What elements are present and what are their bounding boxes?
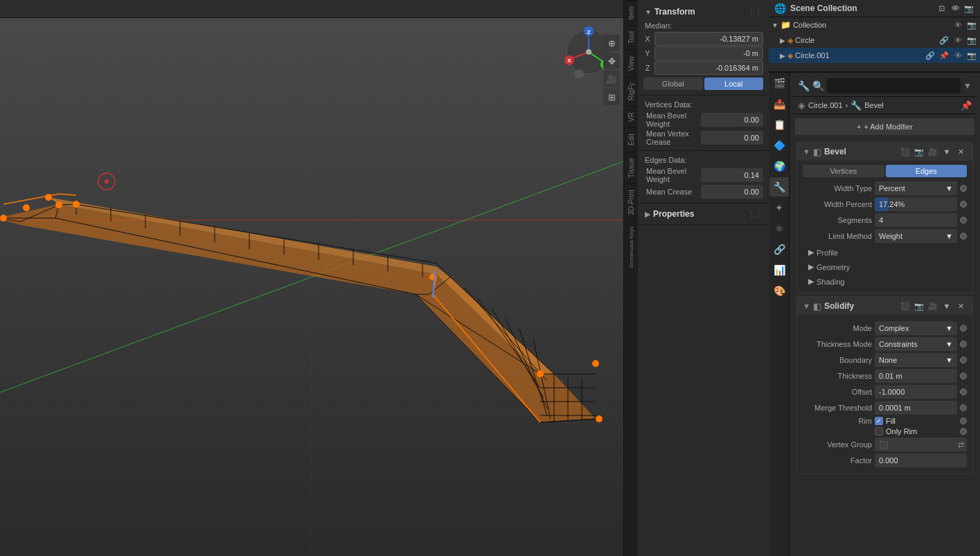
mode-select[interactable]: Complex ▼ <box>875 321 957 335</box>
props-tab-world[interactable]: 🌍 <box>769 156 789 176</box>
grid-tool[interactable]: ⊞ <box>603 89 620 105</box>
solidify-close-icon[interactable]: ✕ <box>954 300 967 312</box>
mean-bevel-weight-v-value[interactable]: 0.00 <box>701 113 763 127</box>
vertex-group-field[interactable]: ⬛ ⇄ <box>875 438 967 451</box>
props-tab-data[interactable]: 📊 <box>769 260 789 280</box>
pin-icon[interactable]: 📌 <box>961 100 972 111</box>
n-tab-item[interactable]: Item <box>626 0 636 25</box>
outliner-eye-icon[interactable]: 👁 <box>950 3 961 14</box>
svg-point-44 <box>55 201 62 208</box>
solidify-expand-icon[interactable]: ▼ <box>941 300 953 312</box>
props-tab-constraints[interactable]: 🔗 <box>769 240 789 259</box>
collection-camera[interactable]: 📷 <box>966 19 977 30</box>
n-tab-view[interactable]: View <box>626 50 636 77</box>
transform-options[interactable]: ⋮⋮ <box>748 8 762 16</box>
solidify-camera-icon[interactable]: 🎥 <box>927 300 939 312</box>
x-input[interactable]: -0.13827 m <box>654 32 763 46</box>
solidify-render-icon[interactable]: 📷 <box>913 300 925 312</box>
boundary-select[interactable]: None ▼ <box>875 353 957 367</box>
n-tab-edit[interactable]: Edit <box>626 127 636 151</box>
outliner-filter-icon[interactable]: ⊡ <box>936 3 947 14</box>
transform-header[interactable]: ▼ Transform ⋮⋮ <box>643 4 763 19</box>
fill-checkbox[interactable]: ✓ <box>875 417 883 425</box>
solidify-realtime-icon[interactable]: ⬛ <box>899 300 911 312</box>
camera-tool[interactable]: 🎥 <box>603 71 620 87</box>
outliner-item-circle[interactable]: ▶ ◈ Circle 🔗 👁 📷 <box>769 33 980 48</box>
props-tab-material[interactable]: 🎨 <box>769 281 789 301</box>
collection-eye[interactable]: 👁 <box>952 19 963 30</box>
move-tool[interactable]: ✥ <box>603 53 620 69</box>
limit-method-value: Weight <box>879 232 902 240</box>
circle-eye[interactable]: 👁 <box>952 35 963 46</box>
bevel-render-icon[interactable]: 📷 <box>913 145 925 158</box>
outliner-item-circle001[interactable]: ▶ ◈ Circle.001 🔗 📌 👁 📷 <box>769 48 980 63</box>
circle001-pin-icon[interactable]: 📌 <box>938 50 950 61</box>
mean-crease-value[interactable]: 0.00 <box>701 185 763 199</box>
n-tab-tool[interactable]: Tool <box>626 25 636 49</box>
bevel-camera-icon[interactable]: 🎥 <box>927 145 939 158</box>
props-tab-render[interactable]: 🎬 <box>769 73 789 93</box>
profile-collapse[interactable]: ▶ Profile <box>803 245 967 260</box>
bevel-tab-vertices[interactable]: Vertices <box>803 165 884 177</box>
x-coord-row: X -0.13827 m <box>643 32 763 46</box>
limit-method-select[interactable]: Weight ▼ <box>875 229 957 243</box>
mean-bevel-weight-e-value[interactable]: 0.14 <box>701 168 763 182</box>
rim-fill-container: ✓ Fill <box>875 417 957 425</box>
modifier-filter-icon[interactable]: ▼ <box>963 81 972 91</box>
solidify-collapse-arrow[interactable]: ▼ <box>803 302 810 310</box>
thickness-mode-select[interactable]: Constraints ▼ <box>875 337 957 351</box>
y-input[interactable]: -0 m <box>654 46 763 60</box>
plus-icon: + <box>857 123 861 131</box>
object-name: Circle.001 <box>808 101 843 109</box>
props-tab-view-layer[interactable]: 📋 <box>769 115 789 134</box>
vertex-group-swap[interactable]: ⇄ <box>955 440 967 449</box>
bevel-tab-edges[interactable]: Edges <box>886 165 968 177</box>
circle-expand[interactable]: ▶ <box>780 37 785 44</box>
add-modifier-button[interactable]: + + Add Modifier <box>795 118 974 135</box>
properties-options[interactable]: ⋮⋮ <box>748 210 762 218</box>
props-tab-particle[interactable]: ✦ <box>769 198 789 217</box>
svg-text:X: X <box>567 57 571 64</box>
props-tab-physics[interactable]: ⚛ <box>769 219 789 238</box>
props-tab-output[interactable]: 📤 <box>769 94 789 114</box>
circle-camera[interactable]: 📷 <box>966 35 977 46</box>
shading-collapse[interactable]: ▶ Shading <box>803 274 967 289</box>
z-input[interactable]: -0.016364 m <box>654 61 763 75</box>
width-type-select[interactable]: Percent ▼ <box>875 181 957 195</box>
props-tab-scene[interactable]: 🔷 <box>769 136 789 155</box>
thickness-value[interactable]: 0.01 m <box>875 369 957 383</box>
props-tab-modifier[interactable]: 🔧 <box>769 177 789 197</box>
circle001-expand[interactable]: ▶ <box>780 52 785 60</box>
n-tab-tissue[interactable]: Tissue <box>626 152 636 183</box>
merge-threshold-value[interactable]: 0.0001 m <box>875 401 957 415</box>
cursor-tool[interactable]: ⊕ <box>603 35 620 51</box>
modifier-search-input[interactable] <box>827 78 961 93</box>
offset-value[interactable]: -1.0000 <box>875 385 957 399</box>
factor-value[interactable]: 0.000 <box>875 454 967 467</box>
circle001-camera[interactable]: 📷 <box>966 50 977 61</box>
n-tab-3dprint[interactable]: 3D-Print <box>626 183 636 221</box>
n-tab-screencast[interactable]: Screencast Keys <box>627 220 636 273</box>
n-tab-rigfy[interactable]: RigFy <box>626 76 636 106</box>
collection-expand[interactable]: ▼ <box>772 21 778 29</box>
geometry-collapse[interactable]: ▶ Geometry <box>803 260 967 274</box>
properties-header[interactable]: ▶ Properties ⋮⋮ <box>643 206 763 222</box>
segments-value[interactable]: 4 <box>875 213 957 227</box>
n-tab-vr[interactable]: VR <box>626 106 636 127</box>
local-btn[interactable]: Local <box>704 78 764 90</box>
circle001-eye[interactable]: 👁 <box>952 50 963 61</box>
bevel-realtime-icon[interactable]: ⬛ <box>899 145 911 158</box>
mean-vertex-crease-value[interactable]: 0.00 <box>701 131 763 145</box>
only-rim-checkbox[interactable] <box>875 427 883 436</box>
circle001-link-icon[interactable]: 🔗 <box>925 50 936 61</box>
bevel-expand-icon[interactable]: ▼ <box>941 145 953 158</box>
circle-link-icon[interactable]: 🔗 <box>938 35 950 46</box>
outliner-camera-icon[interactable]: 📷 <box>963 3 974 14</box>
global-btn[interactable]: Global <box>643 78 703 90</box>
bevel-close-icon[interactable]: ✕ <box>954 145 967 158</box>
width-percent-field[interactable]: 17.24% <box>875 197 957 211</box>
outliner-item-collection[interactable]: ▼ 📁 Collection 👁 📷 <box>769 17 980 33</box>
transform-title: ▼ Transform <box>645 7 695 17</box>
bevel-modifier-block: ▼ ◧ Bevel ⬛ 📷 🎥 ▼ ✕ <box>796 142 973 294</box>
bevel-collapse-arrow[interactable]: ▼ <box>803 147 810 156</box>
